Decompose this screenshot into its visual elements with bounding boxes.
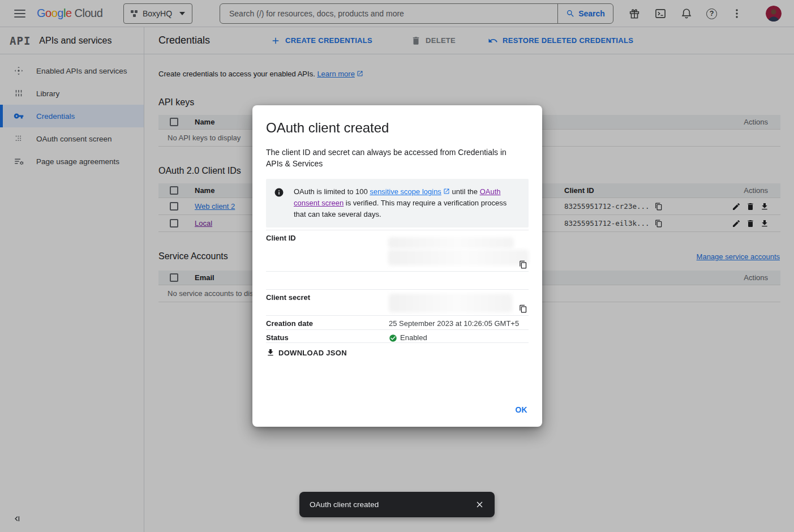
creation-date-label: Creation date [266, 316, 389, 329]
dialog-subtitle: The client ID and secret can always be a… [266, 147, 515, 169]
copy-icon[interactable] [519, 304, 527, 313]
info-icon [274, 187, 284, 198]
download-json-button[interactable]: DOWNLOAD JSON [266, 348, 529, 357]
dialog-title: OAuth client created [266, 120, 529, 136]
download-json-label: DOWNLOAD JSON [278, 349, 347, 357]
spacer-row [266, 271, 529, 289]
info-text: OAuth is limited to 100 [294, 187, 370, 196]
check-circle-icon [389, 334, 397, 342]
client-secret-label: Client secret [266, 290, 389, 315]
info-banner: OAuth is limited to 100 sensitive scope … [266, 179, 529, 228]
creation-date-value: 25 September 2023 at 10:26:05 GMT+5 [389, 316, 529, 329]
status-row: Status Enabled [266, 329, 529, 343]
copy-icon[interactable] [519, 260, 527, 269]
sensitive-scope-logins-link[interactable]: sensitive scope logins [370, 187, 441, 196]
client-secret-value-redacted [389, 290, 529, 315]
external-link-icon [443, 188, 450, 195]
ok-button[interactable]: OK [515, 405, 527, 414]
toast-message: OAuth client created [310, 500, 475, 509]
client-id-row: Client ID [266, 230, 529, 271]
close-icon[interactable] [475, 500, 484, 509]
download-icon [266, 348, 275, 357]
client-secret-row: Client secret [266, 289, 529, 315]
client-id-label: Client ID [266, 230, 388, 271]
creation-date-row: Creation date 25 September 2023 at 10:26… [266, 315, 529, 329]
status-label: Status [266, 330, 389, 342]
status-badge: Enabled [400, 333, 427, 342]
toast-snackbar: OAuth client created [299, 492, 495, 517]
client-id-value-redacted [388, 230, 529, 271]
oauth-client-created-dialog: OAuth client created The client ID and s… [252, 105, 542, 427]
info-text: until the [450, 187, 480, 196]
